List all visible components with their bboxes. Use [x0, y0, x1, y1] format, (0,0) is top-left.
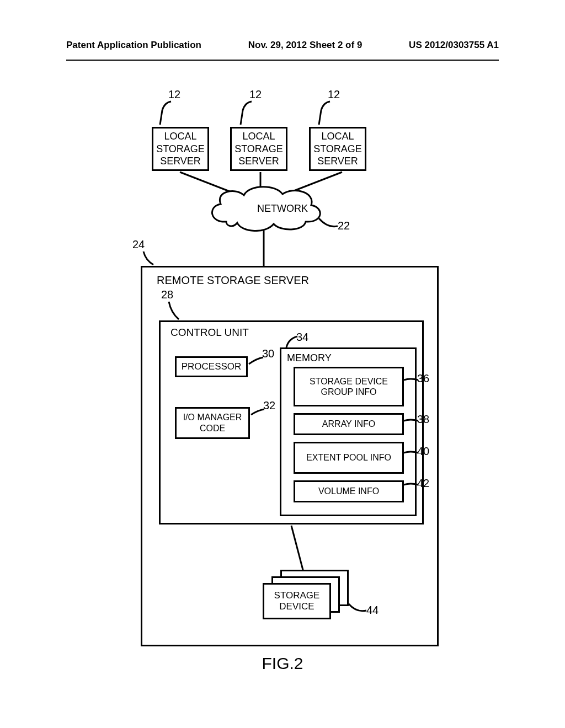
local-storage-server-3: LOCAL STORAGE SERVER [309, 127, 366, 171]
extent-pool-info: EXTENT POOL INFO [294, 442, 404, 474]
header-center: Nov. 29, 2012 Sheet 2 of 9 [248, 40, 363, 51]
volume-label: VOLUME INFO [318, 486, 379, 496]
ref-24: 24 [132, 238, 145, 251]
ls2-label: LOCAL STORAGE SERVER [234, 130, 283, 168]
figure-diagram: 12 12 12 LOCAL STORAGE SERVER LOCAL STOR… [0, 61, 565, 695]
ref-12-b: 12 [249, 88, 262, 101]
conn-cu-storage [289, 524, 306, 574]
lead-30 [248, 356, 264, 366]
local-storage-server-2: LOCAL STORAGE SERVER [230, 127, 287, 171]
network-cloud [205, 184, 327, 232]
array-info: ARRAY INFO [294, 413, 404, 435]
io-manager-box: I/O MANAGER CODE [175, 407, 250, 439]
control-unit: CONTROL UNIT 34 PROCESSOR 30 I/O MANAGER… [159, 320, 424, 524]
io-manager-label: I/O MANAGER CODE [177, 412, 248, 434]
local-storage-server-1: LOCAL STORAGE SERVER [152, 127, 209, 171]
memory-box: MEMORY STORAGE DEVICE GROUP INFO ARRAY I… [280, 347, 417, 516]
remote-title: REMOTE STORAGE SERVER [157, 274, 309, 287]
storage-device-label: STORAGE DEVICE [264, 590, 329, 613]
lead-42 [403, 481, 419, 488]
lead-40 [403, 449, 419, 456]
ref-12-c: 12 [328, 88, 340, 101]
array-label: ARRAY INFO [322, 419, 375, 429]
remote-storage-server: REMOTE STORAGE SERVER 28 CONTROL UNIT 34… [141, 266, 439, 646]
lead-24 [142, 250, 156, 267]
storage-device-stack: STORAGE DEVICE [263, 570, 355, 625]
lead-44 [348, 602, 369, 614]
extent-label: EXTENT POOL INFO [306, 452, 391, 463]
svg-line-4 [291, 526, 303, 572]
header-right: US 2012/0303755 A1 [409, 40, 499, 51]
memory-title: MEMORY [287, 352, 332, 364]
lead-12-b [237, 100, 254, 127]
processor-box: PROCESSOR [175, 356, 248, 377]
ls3-label: LOCAL STORAGE SERVER [313, 130, 362, 168]
processor-label: PROCESSOR [182, 361, 242, 372]
lead-22 [318, 216, 340, 229]
header: Patent Application Publication Nov. 29, … [0, 0, 565, 56]
ls1-label: LOCAL STORAGE SERVER [156, 130, 205, 168]
volume-info: VOLUME INFO [294, 480, 404, 502]
storage-device-group-info: STORAGE DEVICE GROUP INFO [294, 367, 404, 406]
lead-36 [403, 377, 419, 383]
lead-12-c [316, 100, 332, 127]
sdg-label: STORAGE DEVICE GROUP INFO [297, 376, 400, 397]
figure-label: FIG.2 [0, 654, 565, 673]
conn-cloud-remote [258, 229, 269, 267]
lead-28 [167, 301, 181, 322]
ref-12-a: 12 [168, 88, 180, 101]
lead-38 [403, 417, 419, 424]
header-left: Patent Application Publication [66, 40, 201, 51]
lead-32 [250, 408, 265, 417]
control-unit-title: CONTROL UNIT [170, 326, 249, 339]
storage-device-1: STORAGE DEVICE [263, 583, 331, 619]
lead-12-a [157, 100, 173, 127]
ref-28: 28 [161, 288, 173, 301]
